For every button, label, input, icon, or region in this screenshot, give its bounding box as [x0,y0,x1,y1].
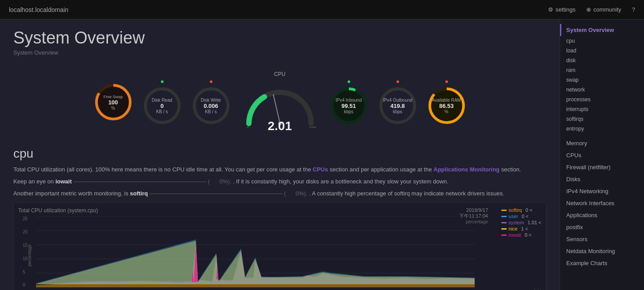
breadcrumb: System Overview [13,49,546,56]
sidebar-section-firewall[interactable]: Firewall (netfilter) [560,160,644,172]
gauge-ipv4-outbound: IPv4 Outbound 419.8 kbps [378,79,418,126]
sidebar-section-applications[interactable]: Applications [560,208,644,220]
sidebar-item-entropy[interactable]: entropy [560,124,644,134]
sidebar-section-postfix[interactable]: postfix [560,220,644,232]
chart-svg [36,216,475,287]
community-button[interactable]: ⊕ community [586,6,621,13]
help-button[interactable]: ? [632,6,635,13]
cpu-heading: cpu [13,147,546,161]
sidebar-item-network[interactable]: network [560,85,644,95]
sidebar: System Overview cpu load disk ram swap n… [560,20,644,290]
community-icon: ⊕ [586,6,591,13]
settings-button[interactable]: ⚙ settings [548,6,576,13]
sidebar-item-swap[interactable]: swap [560,75,644,85]
sidebar-item-disk[interactable]: disk [560,56,644,65]
scroll-arrows[interactable]: ∧∨ [532,287,541,290]
chart-svg-area [36,216,475,289]
y-axis-label: percentage [27,244,32,266]
softirq-color [501,210,507,211]
gauge-free-swap: Free Swap 100 % [93,82,133,122]
svg-text:0: 0 [247,126,249,128]
gauge-ipv4-inbound: IPv4 Inbound 99.51 kbps [329,79,369,126]
cpu-description: Total CPU utilization (all cores). 100% … [13,165,546,175]
cpu-softirq-desc: Another important metric worth monitorin… [13,189,546,199]
topnav-actions: ⚙ settings ⊕ community ? [548,6,635,13]
gauge-available-ram: Available RAM 86.53 % [427,79,467,126]
sidebar-section-disks[interactable]: Disks [560,172,644,184]
sidebar-item-ram[interactable]: ram [560,65,644,75]
svg-marker-23 [36,239,475,284]
layout: System Overview System Overview Free Swa… [0,20,644,290]
sidebar-item-processes[interactable]: processes [560,95,644,104]
legend-softirq: softirq 0 < [501,207,541,213]
gauge-disk-write: Disk Write 0.006 KB / s [191,79,231,126]
cpu-section: cpu Total CPU utilization (all cores). 1… [13,147,546,198]
main-content: System Overview System Overview Free Swa… [0,20,560,290]
sidebar-item-cpu[interactable]: cpu [560,36,644,46]
sidebar-item-load[interactable]: load [560,46,644,56]
gear-icon: ⚙ [548,6,553,13]
page-title: System Overview [13,28,546,48]
sidebar-section-ipv4[interactable]: IPv4 Networking [560,184,644,196]
cpu-chart-container: Total CPU utilization (system.cpu) 2018/… [13,203,546,290]
site-title: localhost.localdomain [9,6,548,13]
sidebar-item-system-overview[interactable]: System Overview [560,24,644,36]
cpu-gauge: CPU 0 100 % 2.01 [240,71,320,133]
sidebar-section-memory[interactable]: Memory [560,136,644,148]
sidebar-section-cpus[interactable]: CPUs [560,148,644,160]
cpu-iowait-desc: Keep an eye on iowait ——————————————————… [13,177,546,187]
cpus-link[interactable]: CPUs [312,166,328,173]
svg-text:100: 100 [309,126,316,128]
applications-link[interactable]: Applications Monitoring [433,166,500,173]
sidebar-section-network-interfaces[interactable]: Network Interfaces [560,196,644,208]
sidebar-section-sensors[interactable]: Sensors [560,232,644,244]
sidebar-section-netdata[interactable]: Netdata Monitoring [560,244,644,256]
gauge-disk-read: Disk Read 0 KB / s [142,79,182,126]
sidebar-item-softirqs[interactable]: softirqs [560,114,644,124]
sidebar-item-interrupts[interactable]: interrupts [560,104,644,114]
sidebar-section-example-charts[interactable]: Example Charts [560,256,644,268]
topnav: localhost.localdomain ⚙ settings ⊕ commu… [0,0,644,20]
gauges-row: Free Swap 100 % Disk Read [13,67,546,138]
chart-body: 25 20 15 10 5 0 percentage [18,216,541,290]
